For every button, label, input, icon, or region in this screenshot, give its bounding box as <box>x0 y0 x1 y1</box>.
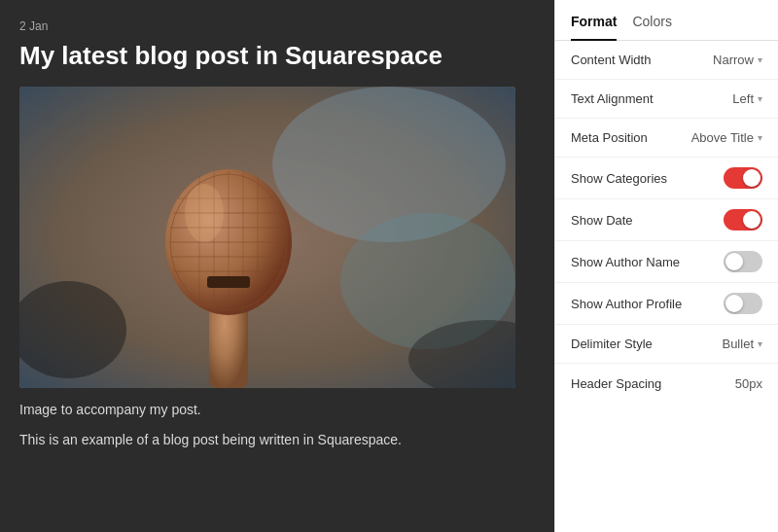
panel-tabs: Format Colors <box>555 0 778 41</box>
chevron-down-icon: ▾ <box>758 54 762 65</box>
show-date-toggle[interactable] <box>724 209 762 231</box>
settings-panel: Format Colors Content Width Narrow ▾ Tex… <box>554 0 778 532</box>
setting-content-width: Content Width Narrow ▾ <box>555 41 778 80</box>
post-body: This is an example of a blog post being … <box>19 429 535 450</box>
setting-delimiter-style: Delimiter Style Bullet ▾ <box>555 325 778 364</box>
svg-point-19 <box>185 184 224 242</box>
tab-format[interactable]: Format <box>571 0 617 41</box>
delimiter-style-value: Bullet <box>722 337 754 351</box>
show-author-profile-toggle[interactable] <box>724 293 762 314</box>
svg-rect-18 <box>207 276 250 288</box>
setting-meta-position: Meta Position Above Title ▾ <box>555 119 778 158</box>
toggle-knob <box>743 169 760 187</box>
setting-header-spacing: Header Spacing 50px <box>555 364 778 403</box>
show-date-label: Show Date <box>571 213 633 228</box>
text-alignment-value: Left <box>732 91 754 106</box>
delimiter-style-label: Delimiter Style <box>571 337 653 351</box>
chevron-down-icon: ▾ <box>758 93 762 104</box>
content-area: 2 Jan My latest blog post in Squarespace <box>0 0 554 532</box>
meta-position-label: Meta Position <box>571 130 648 145</box>
chevron-down-icon: ▾ <box>758 132 762 143</box>
setting-show-author-profile: Show Author Profile <box>555 283 778 325</box>
content-width-label: Content Width <box>571 53 651 67</box>
setting-show-categories: Show Categories <box>555 158 778 199</box>
svg-point-1 <box>272 87 506 242</box>
show-categories-label: Show Categories <box>571 171 667 186</box>
show-author-name-label: Show Author Name <box>571 255 680 269</box>
tab-colors[interactable]: Colors <box>632 0 671 41</box>
show-categories-toggle[interactable] <box>724 167 762 189</box>
toggle-knob <box>725 295 743 312</box>
show-author-profile-label: Show Author Profile <box>571 297 682 311</box>
delimiter-style-control[interactable]: Bullet ▾ <box>722 337 762 351</box>
content-width-control[interactable]: Narrow ▾ <box>713 53 762 67</box>
panel-content: Content Width Narrow ▾ Text Alignment Le… <box>555 41 778 532</box>
meta-position-value: Above Title <box>691 130 754 145</box>
setting-show-author-name: Show Author Name <box>555 241 778 283</box>
toggle-knob <box>725 253 743 270</box>
post-title: My latest blog post in Squarespace <box>19 41 535 71</box>
text-alignment-label: Text Alignment <box>571 91 654 106</box>
setting-show-date: Show Date <box>555 199 778 241</box>
text-alignment-control[interactable]: Left ▾ <box>732 91 762 106</box>
image-caption: Image to accompany my post. <box>19 402 535 417</box>
post-date: 2 Jan <box>19 19 535 33</box>
header-spacing-label: Header Spacing <box>571 376 661 391</box>
show-author-name-toggle[interactable] <box>724 251 762 272</box>
content-width-value: Narrow <box>713 53 754 67</box>
post-image <box>19 87 515 388</box>
meta-position-control[interactable]: Above Title ▾ <box>691 130 762 145</box>
chevron-down-icon: ▾ <box>758 338 762 349</box>
toggle-knob <box>743 211 760 229</box>
header-spacing-value: 50px <box>735 376 762 391</box>
setting-text-alignment: Text Alignment Left ▾ <box>555 80 778 119</box>
